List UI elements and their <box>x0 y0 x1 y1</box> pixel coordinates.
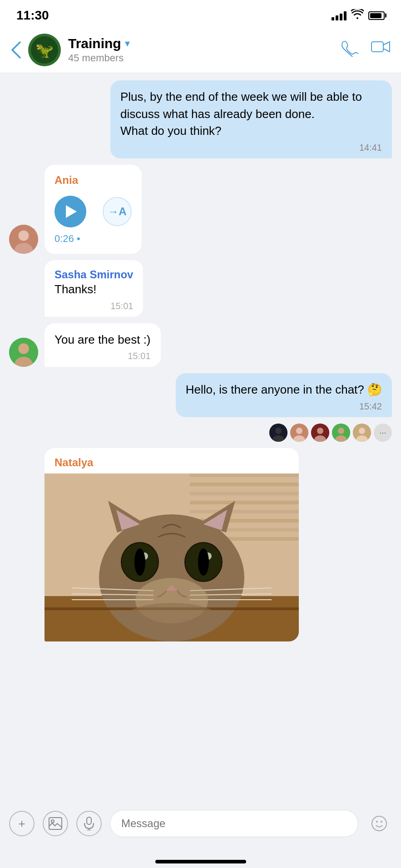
play-button[interactable] <box>54 196 86 227</box>
message-text: Hello, is there anyone in the chat? 🤔 <box>186 381 382 399</box>
group-info: Training ▾ 45 members <box>68 36 334 64</box>
svg-point-49 <box>198 548 209 576</box>
outgoing-message-hello: Hello, is there anyone in the chat? 🤔 15… <box>176 373 392 417</box>
message-text: Thanks! <box>54 281 133 298</box>
message-input[interactable] <box>110 810 358 837</box>
message-bubble: You are the best :) 15:01 <box>45 323 161 367</box>
svg-point-21 <box>338 428 344 434</box>
svg-rect-29 <box>190 473 299 477</box>
message-time: 15:01 <box>54 351 151 361</box>
sender-name: Sasha Smirnov <box>54 268 133 281</box>
message-text: You are the best :) <box>54 331 151 349</box>
incoming-message-ania: Ania →A 0:26 • <box>9 165 392 254</box>
svg-point-15 <box>296 428 302 434</box>
message-time: 15:42 <box>186 401 382 412</box>
seen-avatar <box>311 424 329 442</box>
group-avatar: 🦖 <box>28 34 61 66</box>
video-call-button[interactable] <box>371 39 390 60</box>
outgoing-message-1: Plus, by the end of the week we will be … <box>110 80 392 158</box>
emoji-button[interactable] <box>366 811 392 836</box>
incoming-message-sasha-best: You are the best :) 15:01 <box>9 323 392 367</box>
voice-duration: 0:26 • <box>54 233 132 245</box>
wifi-icon <box>351 9 364 22</box>
seen-avatar <box>353 424 371 442</box>
svg-point-59 <box>126 603 217 630</box>
sender-name: Natalya <box>54 456 93 469</box>
input-bar: + <box>0 802 401 845</box>
microphone-button[interactable] <box>76 811 102 836</box>
svg-point-18 <box>317 428 323 434</box>
status-icons <box>332 9 385 22</box>
messages-area: Plus, by the end of the week we will be … <box>0 73 401 710</box>
message-time: 14:41 <box>120 143 382 153</box>
voice-message-bubble: Ania →A 0:26 • <box>45 165 142 254</box>
message-bubble: Sasha Smirnov Thanks! 15:01 <box>45 260 143 317</box>
home-indicator <box>155 860 246 863</box>
avatar <box>9 225 38 254</box>
cat-image <box>45 473 299 641</box>
svg-rect-32 <box>190 501 299 504</box>
svg-point-10 <box>19 344 29 354</box>
svg-point-48 <box>134 548 145 576</box>
svg-point-24 <box>359 428 365 434</box>
svg-point-67 <box>381 821 382 823</box>
battery-icon <box>368 11 385 20</box>
svg-rect-33 <box>190 510 299 513</box>
svg-point-65 <box>372 816 386 831</box>
seen-receipts: ··· <box>269 424 392 442</box>
translate-button[interactable]: →A <box>103 197 132 226</box>
sender-name: Ania <box>54 174 132 187</box>
seen-more-indicator: ··· <box>374 424 392 442</box>
status-bar: 11:30 <box>0 0 401 27</box>
natalya-message-bubble: Natalya <box>45 448 299 641</box>
seen-avatar <box>269 424 287 442</box>
image-button[interactable] <box>43 811 68 836</box>
svg-point-66 <box>376 821 378 823</box>
svg-point-12 <box>275 428 282 434</box>
back-button[interactable] <box>11 41 21 59</box>
svg-rect-62 <box>87 817 91 824</box>
seen-avatar <box>332 424 350 442</box>
add-button[interactable]: + <box>9 811 35 836</box>
svg-text:🦖: 🦖 <box>35 42 54 59</box>
call-button[interactable] <box>341 39 358 60</box>
svg-rect-31 <box>190 492 299 495</box>
group-members: 45 members <box>68 52 334 64</box>
voice-controls: →A <box>54 196 132 227</box>
avatar <box>9 338 38 367</box>
incoming-message-sasha-thanks: Sasha Smirnov Thanks! 15:01 <box>9 260 392 317</box>
svg-point-6 <box>19 231 29 241</box>
message-text: Plus, by the end of the week we will be … <box>120 89 382 140</box>
group-name[interactable]: Training <box>68 36 121 51</box>
chevron-down-icon: ▾ <box>125 38 130 49</box>
nav-bar: 🦖 Training ▾ 45 members <box>0 27 401 73</box>
svg-rect-30 <box>190 483 299 486</box>
message-time: 15:01 <box>54 301 133 311</box>
status-time: 11:30 <box>16 8 49 23</box>
svg-point-61 <box>51 820 54 823</box>
seen-avatar <box>290 424 308 442</box>
svg-rect-2 <box>371 42 383 52</box>
svg-rect-60 <box>49 818 62 829</box>
incoming-message-natalya: Natalya <box>9 448 392 641</box>
signal-icon <box>332 10 347 20</box>
nav-actions <box>341 39 390 60</box>
